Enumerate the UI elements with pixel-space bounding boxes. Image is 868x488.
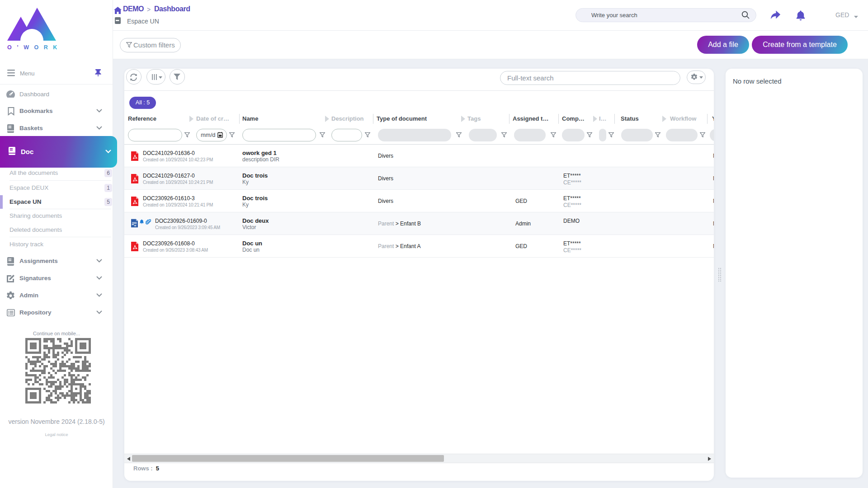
svg-text:O’WORK: O’WORK bbox=[7, 44, 57, 51]
svg-text:w: w bbox=[134, 225, 137, 227]
